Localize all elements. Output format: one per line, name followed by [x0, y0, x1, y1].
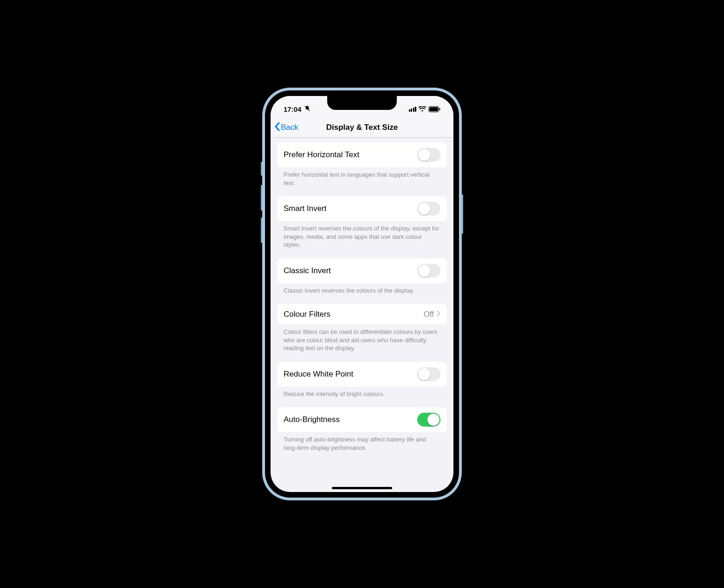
classic-invert-footer: Classic Invert reverses the colours of t… [277, 283, 447, 295]
battery-icon [428, 106, 440, 112]
nav-bar: Back Display & Text Size [271, 117, 453, 138]
settings-list: Prefer Horizontal Text Prefer horizontal… [271, 138, 453, 492]
reduce-white-point-footer: Reduce the intensity of bright colours. [277, 387, 447, 398]
classic-invert-row[interactable]: Classic Invert [277, 258, 447, 283]
silent-icon [304, 105, 310, 113]
colour-filters-value: Off [424, 310, 434, 319]
prefer-horizontal-text-row[interactable]: Prefer Horizontal Text [277, 142, 447, 167]
colour-filters-label: Colour Filters [284, 310, 330, 319]
smart-invert-footer: Smart Invert reverses the colours of the… [277, 221, 447, 249]
auto-brightness-footer: Turning off auto-brightness may affect b… [277, 432, 447, 452]
prefer-horizontal-text-label: Prefer Horizontal Text [284, 150, 359, 160]
svg-rect-3 [440, 108, 440, 110]
reduce-white-point-switch[interactable] [417, 367, 440, 381]
smart-invert-switch[interactable] [417, 202, 440, 216]
home-indicator[interactable] [332, 487, 392, 489]
classic-invert-switch[interactable] [417, 264, 440, 278]
colour-filters-footer: Colour filters can be used to differenti… [277, 325, 447, 352]
status-time: 17:04 [284, 105, 301, 113]
auto-brightness-label: Auto-Brightness [284, 415, 340, 424]
auto-brightness-switch[interactable] [417, 413, 440, 427]
chevron-right-icon [437, 309, 440, 319]
smart-invert-label: Smart Invert [284, 204, 327, 213]
page-title: Display & Text Size [326, 123, 398, 132]
cellular-icon [409, 107, 417, 112]
reduce-white-point-row[interactable]: Reduce White Point [277, 362, 447, 387]
auto-brightness-row[interactable]: Auto-Brightness [277, 407, 447, 432]
colour-filters-row[interactable]: Colour Filters Off [277, 304, 447, 325]
phone-frame: 17:04 [262, 88, 462, 500]
classic-invert-label: Classic Invert [284, 266, 331, 275]
smart-invert-row[interactable]: Smart Invert [277, 196, 447, 221]
svg-rect-2 [429, 107, 438, 111]
prefer-horizontal-text-footer: Prefer horizontal text in languages that… [277, 167, 447, 187]
phone-notch [327, 96, 397, 110]
prefer-horizontal-text-switch[interactable] [417, 148, 440, 162]
wifi-icon [419, 106, 426, 112]
reduce-white-point-label: Reduce White Point [284, 370, 353, 379]
chevron-left-icon [274, 122, 280, 133]
back-button[interactable]: Back [274, 122, 298, 133]
back-label: Back [281, 123, 298, 132]
